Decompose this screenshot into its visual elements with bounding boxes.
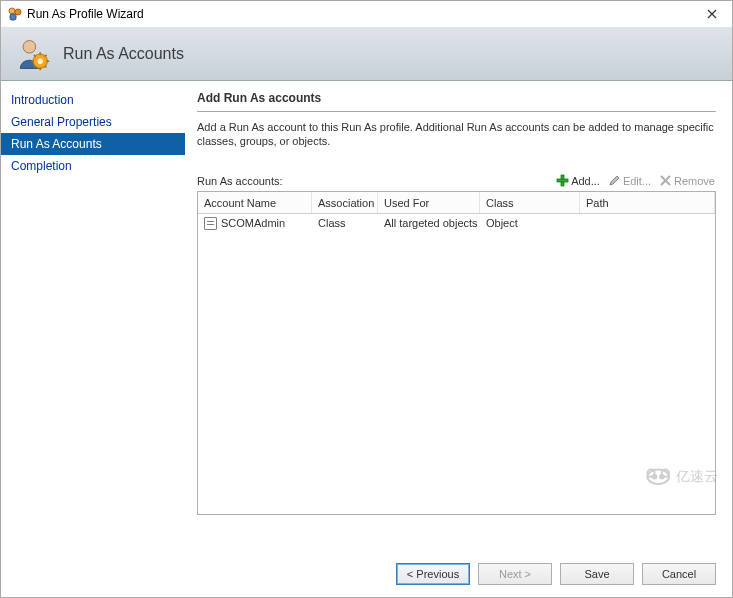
remove-button-label: Remove [674,175,715,187]
edit-button[interactable]: Edit... [607,172,652,189]
window-title: Run As Profile Wizard [27,7,144,21]
page-description: Add a Run As account to this Run As prof… [197,120,716,148]
save-button[interactable]: Save [560,563,634,585]
banner-title: Run As Accounts [63,45,184,63]
svg-point-13 [38,58,43,63]
sidebar-item-completion[interactable]: Completion [1,155,185,177]
toolbar: Add... Edit... Remove [555,172,716,189]
svg-point-3 [23,40,36,53]
list-label: Run As accounts: [197,175,283,187]
wizard-buttons: < Previous Next > Save Cancel [396,563,716,585]
add-button-label: Add... [571,175,600,187]
next-button[interactable]: Next > [478,563,552,585]
col-header-path[interactable]: Path [580,192,715,213]
col-header-used-for[interactable]: Used For [378,192,480,213]
edit-button-label: Edit... [623,175,651,187]
previous-button[interactable]: < Previous [396,563,470,585]
svg-line-10 [45,65,47,67]
col-header-association[interactable]: Association [312,192,378,213]
pencil-icon [608,174,621,187]
grid-header: Account Name Association Used For Class … [198,192,715,214]
add-button[interactable]: Add... [555,172,601,189]
cell-class: Object [480,217,580,230]
sidebar-item-introduction[interactable]: Introduction [1,89,185,111]
svg-point-20 [660,475,664,479]
svg-point-19 [653,475,657,479]
header-banner: Run As Accounts [1,27,732,81]
plus-icon [556,174,569,187]
table-row[interactable]: SCOMAdmin Class All targeted objects Obj… [198,214,715,230]
remove-button[interactable]: Remove [658,172,716,189]
user-gear-icon [15,36,51,72]
watermark: 亿速云 [642,455,732,499]
wizard-steps-sidebar: Introduction General Properties Run As A… [1,81,185,597]
close-icon [707,9,717,19]
sidebar-item-general-properties[interactable]: General Properties [1,111,185,133]
sidebar-item-run-as-accounts[interactable]: Run As Accounts [1,133,185,155]
cell-association: Class [312,217,378,230]
svg-line-9 [34,54,36,56]
svg-line-12 [45,54,47,56]
svg-point-0 [9,8,15,14]
close-button[interactable] [692,1,732,27]
accounts-grid[interactable]: Account Name Association Used For Class … [197,191,716,515]
col-header-class[interactable]: Class [480,192,580,213]
titlebar: Run As Profile Wizard [1,1,732,27]
cell-used-for: All targeted objects [378,217,480,230]
cell-path [580,217,715,230]
svg-rect-15 [557,179,568,182]
content-pane: Add Run As accounts Add a Run As account… [185,81,732,597]
document-icon [204,217,217,230]
watermark-text: 亿速云 [675,469,718,484]
svg-point-2 [15,9,21,15]
cancel-button[interactable]: Cancel [642,563,716,585]
delete-icon [659,174,672,187]
wizard-icon [7,6,23,22]
col-header-account-name[interactable]: Account Name [198,192,312,213]
cell-account-name: SCOMAdmin [221,217,285,229]
page-heading: Add Run As accounts [197,91,716,112]
svg-rect-1 [10,14,16,20]
